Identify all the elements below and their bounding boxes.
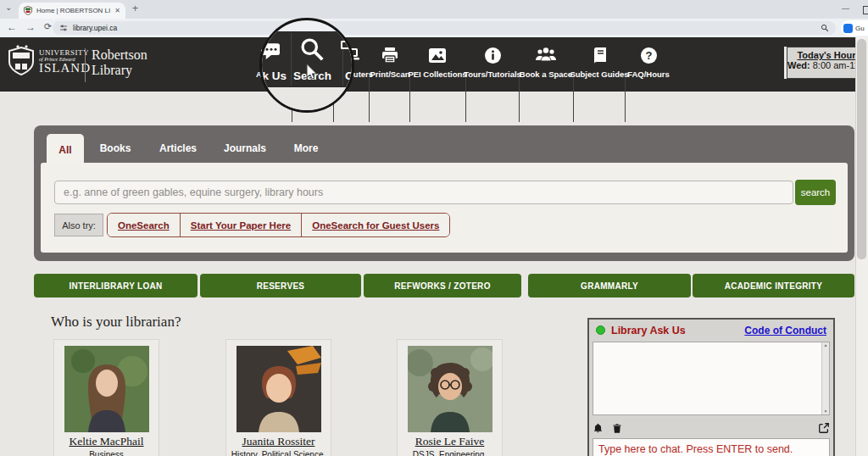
site-name[interactable]: Robertson Library	[92, 47, 147, 78]
university-line3: ISLAND	[39, 62, 91, 75]
hours-day: Wed:	[787, 60, 810, 70]
trash-icon[interactable]	[612, 422, 622, 435]
nav-label: Subject Guides	[570, 70, 628, 79]
image-icon	[428, 42, 447, 68]
librarian-photo[interactable]	[408, 346, 492, 432]
search-panel-inner	[41, 163, 848, 253]
browser-tabstrip: ⌄ Home | ROBERTSON LIBRARY ✕ + —	[0, 0, 868, 19]
button-reserves[interactable]: RESERVES	[200, 274, 361, 298]
profile-icon	[843, 24, 853, 33]
also-try-links: OneSearch Start Your Paper Here OneSearc…	[107, 213, 450, 237]
university-line1: UNIVERSITY	[39, 49, 91, 57]
question-icon: ?	[640, 42, 658, 68]
button-refworks-zotero[interactable]: REFWORKS / ZOTERO	[364, 274, 521, 298]
bell-icon[interactable]	[593, 422, 604, 435]
logo-divider	[85, 48, 86, 82]
scroll-up-icon[interactable]: ▲	[824, 342, 828, 348]
button-academic-integrity[interactable]: ACADEMIC INTEGRITY	[693, 274, 854, 298]
zoom-page-icon[interactable]	[821, 24, 829, 32]
librarian-photo[interactable]	[236, 346, 321, 432]
librarian-name-link[interactable]: Keltie MacPhail	[54, 435, 159, 448]
tab-label: Articles	[159, 142, 197, 154]
minimize-icon[interactable]: —	[842, 4, 849, 13]
link-onesearch-guest[interactable]: OneSearch for Guest Users	[302, 214, 449, 236]
url-bar[interactable]: library.upei.ca	[53, 21, 836, 35]
nav-item-print-scan[interactable]: Print/Scan	[366, 42, 414, 86]
printer-icon	[381, 42, 399, 68]
library-search-input[interactable]	[54, 181, 793, 204]
nav-label: Tours/Tutorials	[464, 70, 521, 79]
tab-label: Journals	[224, 142, 266, 154]
nav-item-book-a-space[interactable]: Book a Space	[519, 42, 573, 86]
open-external-icon[interactable]	[818, 422, 830, 434]
nav-item-subject-guides[interactable]: Subject Guides	[572, 42, 626, 86]
search-button[interactable]: search	[795, 180, 836, 205]
browser-tab[interactable]: Home | ROBERTSON LIBRARY ✕	[19, 3, 125, 19]
link-onesearch[interactable]: OneSearch	[108, 214, 181, 236]
people-icon	[535, 42, 557, 68]
tab-label: More	[294, 142, 319, 154]
librarian-subjects-link[interactable]: Business	[54, 450, 159, 456]
link-start-your-paper[interactable]: Start Your Paper Here	[181, 214, 302, 236]
tab-all[interactable]: All	[47, 134, 84, 165]
librarian-card[interactable]: Rosie Le Faive DSJS, Engineering, Mathem…	[397, 339, 503, 456]
forward-icon[interactable]: →	[25, 22, 36, 32]
university-wordmark[interactable]: UNIVERSITY of Prince Edward ISLAND	[39, 49, 91, 75]
chat-title: Library Ask Us	[611, 325, 738, 336]
librarian-name-link[interactable]: Rosie Le Faive	[398, 435, 502, 448]
librarian-subjects-link[interactable]: DSJS, Engineering, Mathematics and more	[398, 450, 502, 456]
book-icon	[592, 42, 608, 68]
site-settings-icon[interactable]	[59, 24, 68, 32]
tab-search-icon[interactable]: ⌄	[5, 3, 12, 12]
scroll-down-icon[interactable]: ▼	[824, 409, 828, 414]
status-online-dot	[596, 325, 605, 335]
reload-icon[interactable]: ⟳	[44, 22, 52, 31]
site-name-line2: Library	[92, 63, 147, 78]
nav-label: PEI Collections	[408, 70, 466, 79]
tab-journals[interactable]: Journals	[219, 134, 271, 163]
svg-text:?: ?	[645, 49, 652, 62]
nav-item-tours-tutorials[interactable]: Tours/Tutorials	[465, 42, 520, 86]
librarian-photo[interactable]	[64, 346, 149, 432]
chat-input[interactable]	[593, 438, 830, 456]
librarian-heading: Who is your librarian?	[51, 314, 181, 331]
site-name-line1: Robertson	[92, 47, 147, 63]
magnifier-overlay: sk Us Search C	[259, 18, 354, 113]
nav-item-pei-collections[interactable]: PEI Collections	[409, 42, 465, 86]
back-icon[interactable]: ←	[7, 22, 17, 32]
magnified-page-band	[262, 87, 352, 110]
magnified-navbar-band: sk Us Search C	[262, 31, 352, 87]
librarian-name-link[interactable]: Juanita Rossiter	[226, 435, 331, 448]
chat-toolbar	[593, 419, 830, 437]
new-tab-icon[interactable]: +	[132, 3, 138, 14]
nav-label: Book a Space	[520, 70, 572, 79]
url-text: library.upei.ca	[73, 24, 117, 32]
screen: ⌄ Home | ROBERTSON LIBRARY ✕ + — ← → ⟳ l…	[0, 0, 868, 456]
button-grammarly[interactable]: GRAMMARLY	[528, 274, 691, 298]
tab-books[interactable]: Books	[92, 134, 139, 163]
tab-label: Books	[100, 142, 131, 154]
chat-message-area[interactable]: ▲ ▼	[593, 342, 830, 415]
tab-articles[interactable]: Articles	[153, 134, 203, 163]
tab-title: Home | ROBERTSON LIBRARY	[36, 7, 110, 14]
chat-scrollbar[interactable]: ▲ ▼	[821, 342, 829, 414]
maximize-icon[interactable]	[863, 6, 868, 14]
tab-label: All	[58, 144, 71, 156]
chat-header: Library Ask Us Code of Conduct	[589, 320, 833, 341]
profile-label: Gu	[855, 25, 865, 32]
librarian-card[interactable]: Keltie MacPhail Business	[53, 339, 159, 456]
magnified-search-icon	[299, 36, 325, 62]
favicon-shield-icon	[24, 6, 32, 15]
profile-chip[interactable]: Gu	[841, 20, 868, 36]
tab-more[interactable]: More	[285, 134, 327, 163]
magnified-separator	[291, 33, 292, 86]
code-of-conduct-link[interactable]: Code of Conduct	[744, 325, 826, 336]
cursor-icon	[306, 64, 318, 80]
tab-close-icon[interactable]: ✕	[114, 8, 120, 14]
nav-item-faq-hours[interactable]: ? FAQ/Hours	[625, 42, 672, 86]
page-scrollbar-thumb[interactable]	[857, 39, 866, 259]
librarian-card[interactable]: Juanita Rossiter History, Political Scie…	[225, 339, 331, 456]
chat-widget: Library Ask Us Code of Conduct ▲ ▼	[587, 318, 835, 456]
button-interlibrary-loan[interactable]: INTERLIBRARY LOAN	[34, 274, 198, 298]
librarian-subjects-link[interactable]: History, Political Science, Island Studi…	[226, 450, 331, 456]
